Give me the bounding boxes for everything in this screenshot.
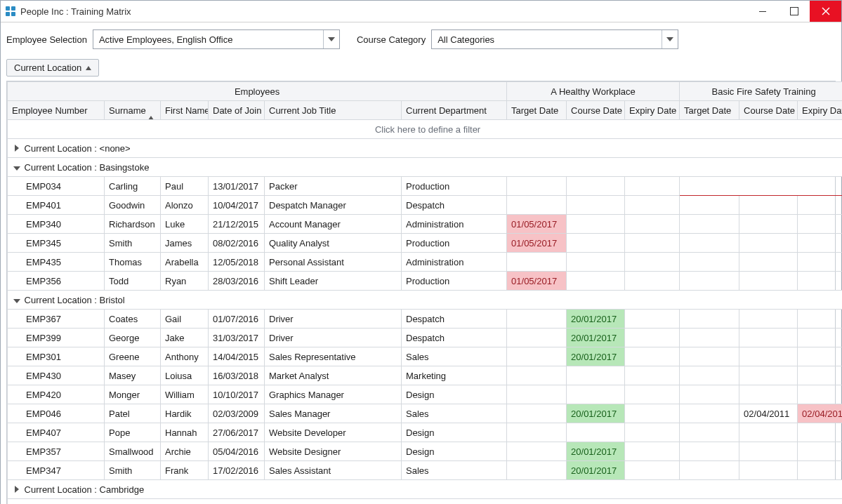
cell-firstname[interactable]: William — [161, 385, 209, 404]
training-matrix-grid[interactable]: Employees A Healthy Workplace Basic Fire… — [6, 81, 836, 504]
cell-emp-no[interactable]: EMP401 — [8, 196, 105, 215]
col-expiry1[interactable]: Expiry Date — [625, 101, 680, 120]
minimize-button[interactable] — [746, 1, 778, 22]
cell-course2[interactable] — [739, 215, 798, 234]
cell-target1[interactable] — [507, 423, 567, 442]
cell-course1[interactable] — [567, 177, 625, 196]
cell-target2[interactable] — [680, 177, 739, 196]
cell-course1[interactable]: 20/01/2017 — [567, 310, 625, 329]
cell-target2[interactable] — [680, 272, 739, 291]
cell-expiry2[interactable] — [798, 272, 842, 291]
cell-emp-no[interactable]: EMP420 — [8, 385, 105, 404]
cell-course2[interactable] — [739, 442, 798, 461]
cell-target1[interactable] — [507, 253, 567, 272]
cell-target2[interactable] — [680, 234, 739, 253]
cell-firstname[interactable]: Ryan — [161, 272, 209, 291]
band-course1[interactable]: A Healthy Workplace — [507, 82, 680, 101]
cell-target1[interactable] — [507, 347, 567, 366]
cell-emp-no[interactable]: EMP399 — [8, 329, 105, 347]
cell-course2[interactable] — [739, 272, 798, 291]
cell-course2[interactable] — [739, 234, 798, 253]
cell-expiry2[interactable] — [798, 196, 842, 215]
cell-expiry2[interactable] — [798, 253, 842, 272]
cell-dept[interactable]: Sales — [402, 347, 507, 366]
cell-expiry2[interactable] — [798, 329, 842, 347]
table-row[interactable]: EMP401GoodwinAlonzo10/04/2017Despatch Ma… — [8, 196, 843, 215]
cell-surname[interactable]: Richardson — [105, 215, 161, 234]
cell-emp-no[interactable]: EMP430 — [8, 366, 105, 385]
cell-expiry2[interactable] — [798, 347, 842, 366]
cell-doj[interactable]: 05/04/2016 — [209, 442, 265, 461]
cell-doj[interactable]: 17/02/2016 — [209, 461, 265, 480]
cell-target2[interactable] — [680, 196, 739, 215]
cell-firstname[interactable]: Luke — [161, 215, 209, 234]
col-job[interactable]: Current Job Title — [265, 101, 402, 120]
cell-dept[interactable]: Sales — [402, 404, 507, 423]
group-row[interactable]: Current Location : <none> — [8, 139, 843, 158]
cell-emp-no[interactable]: EMP407 — [8, 423, 105, 442]
cell-job[interactable]: Sales Representative — [265, 347, 402, 366]
cell-target2[interactable] — [680, 329, 739, 347]
cell-firstname[interactable]: Paul — [161, 177, 209, 196]
group-row[interactable]: Current Location : Basingstoke — [8, 158, 843, 177]
cell-firstname[interactable]: Anthony — [161, 347, 209, 366]
employee-selection-combo[interactable]: Active Employees, English Office — [93, 29, 340, 49]
table-row[interactable]: EMP356ToddRyan28/03/2016Shift LeaderProd… — [8, 272, 843, 291]
cell-expiry1[interactable] — [625, 196, 680, 215]
cell-course1[interactable]: 20/01/2017 — [567, 404, 625, 423]
collapse-icon[interactable] — [12, 295, 22, 305]
cell-emp-no[interactable]: EMP046 — [8, 404, 105, 423]
cell-target2[interactable] — [680, 423, 739, 442]
cell-dept[interactable]: Production — [402, 177, 507, 196]
course-category-combo[interactable]: All Categories — [431, 29, 678, 49]
group-row[interactable]: Current Location : Bristol — [8, 291, 843, 310]
cell-expiry1[interactable] — [625, 404, 680, 423]
cell-dept[interactable]: Despatch — [402, 329, 507, 347]
cell-expiry1[interactable] — [625, 329, 680, 347]
band-employees[interactable]: Employees — [8, 82, 507, 101]
cell-dept[interactable]: Despatch — [402, 310, 507, 329]
group-tag[interactable]: Current Location — [6, 59, 99, 77]
cell-target1[interactable]: 01/05/2017 — [507, 234, 567, 253]
group-row[interactable]: Current Location : London — [8, 499, 843, 505]
cell-course1[interactable]: 20/01/2017 — [567, 329, 625, 347]
cell-surname[interactable]: George — [105, 329, 161, 347]
cell-firstname[interactable]: Gail — [161, 310, 209, 329]
cell-doj[interactable]: 27/06/2017 — [209, 423, 265, 442]
cell-target2[interactable] — [680, 461, 739, 480]
cell-expiry1[interactable] — [625, 272, 680, 291]
cell-course1[interactable] — [567, 215, 625, 234]
cell-job[interactable]: Market Analyst — [265, 366, 402, 385]
cell-emp-no[interactable]: EMP345 — [8, 234, 105, 253]
cell-target1[interactable] — [507, 442, 567, 461]
col-emp-no[interactable]: Employee Number — [8, 101, 105, 120]
cell-surname[interactable]: Monger — [105, 385, 161, 404]
cell-doj[interactable]: 31/03/2017 — [209, 329, 265, 347]
cell-emp-no[interactable]: EMP356 — [8, 272, 105, 291]
chevron-down-icon[interactable] — [662, 30, 678, 48]
cell-job[interactable]: Sales Manager — [265, 404, 402, 423]
cell-course2[interactable] — [739, 310, 798, 329]
cell-job[interactable]: Driver — [265, 329, 402, 347]
cell-target1[interactable] — [507, 310, 567, 329]
col-dept[interactable]: Current Department — [402, 101, 507, 120]
cell-doj[interactable]: 14/04/2015 — [209, 347, 265, 366]
cell-course1[interactable]: 20/01/2017 — [567, 347, 625, 366]
cell-dept[interactable]: Despatch — [402, 196, 507, 215]
cell-doj[interactable]: 28/03/2016 — [209, 272, 265, 291]
cell-target2[interactable] — [680, 215, 739, 234]
col-target2[interactable]: Target Date — [680, 101, 739, 120]
cell-surname[interactable]: Patel — [105, 404, 161, 423]
cell-course1[interactable]: 20/01/2017 — [567, 461, 625, 480]
cell-course2[interactable] — [739, 177, 798, 196]
cell-expiry1[interactable] — [625, 310, 680, 329]
cell-doj[interactable]: 12/05/2018 — [209, 253, 265, 272]
table-row[interactable]: EMP347SmithFrank17/02/2016Sales Assistan… — [8, 461, 843, 480]
band-course2[interactable]: Basic Fire Safety Training — [680, 82, 842, 101]
cell-target1[interactable]: 01/05/2017 — [507, 272, 567, 291]
cell-firstname[interactable]: Loiusa — [161, 366, 209, 385]
cell-expiry1[interactable] — [625, 366, 680, 385]
cell-course1[interactable] — [567, 234, 625, 253]
cell-expiry2[interactable] — [798, 234, 842, 253]
cell-firstname[interactable]: Arabella — [161, 253, 209, 272]
